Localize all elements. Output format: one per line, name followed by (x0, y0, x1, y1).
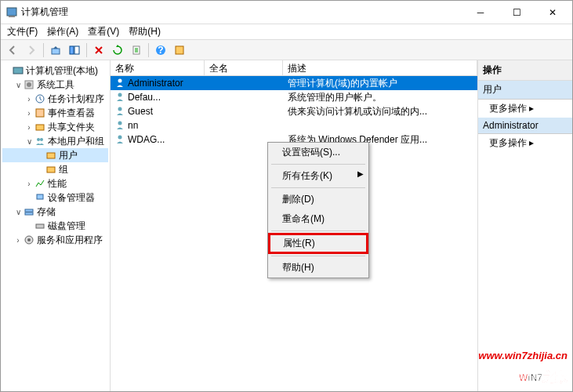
watermark-logo: WiN7之家 (478, 361, 568, 387)
svg-point-29 (118, 136, 122, 140)
list-panel: 名称 全名 描述 Administrator 管理计算机(域)的内置帐户 Def… (111, 60, 478, 391)
minimize-button[interactable]: ─ (462, 1, 499, 24)
tree-local-users-groups[interactable]: ∨本地用户和组 (2, 134, 108, 148)
svg-rect-22 (36, 224, 44, 228)
svg-rect-19 (37, 194, 43, 199)
svg-point-11 (27, 82, 31, 87)
svg-point-25 (118, 79, 122, 83)
app-icon (5, 6, 18, 19)
svg-point-24 (27, 238, 31, 241)
svg-point-26 (118, 93, 122, 97)
chevron-right-icon: ▶ (357, 169, 364, 178)
menu-delete[interactable]: 删除(D) (268, 190, 368, 209)
col-fullname[interactable]: 全名 (205, 60, 283, 75)
user-icon (115, 92, 126, 103)
user-icon (115, 120, 126, 131)
svg-rect-17 (47, 153, 55, 158)
svg-rect-0 (7, 8, 16, 16)
actions-more-2[interactable]: 更多操作 ▸ (478, 134, 572, 152)
svg-rect-2 (52, 49, 60, 54)
user-icon (115, 134, 126, 145)
list-header: 名称 全名 描述 (111, 60, 477, 76)
svg-rect-21 (25, 212, 33, 215)
svg-rect-3 (70, 46, 74, 54)
svg-rect-18 (47, 167, 55, 172)
menubar: 文件(F) 操作(A) 查看(V) 帮助(H) (1, 24, 572, 40)
forward-button[interactable] (23, 42, 40, 59)
tree-root[interactable]: 计算机管理(本地) (2, 64, 108, 78)
tree-disk-management[interactable]: 磁盘管理 (2, 219, 108, 233)
col-name[interactable]: 名称 (111, 60, 205, 75)
chevron-right-icon: ▸ (529, 103, 534, 114)
back-button[interactable] (4, 42, 21, 59)
list-body: Administrator 管理计算机(域)的内置帐户 Defau... 系统管… (111, 76, 477, 391)
menu-action[interactable]: 操作(A) (44, 25, 82, 38)
show-hide-button[interactable] (66, 42, 83, 59)
tree-task-scheduler[interactable]: ›任务计划程序 (2, 92, 108, 106)
window-title: 计算机管理 (21, 5, 462, 19)
maximize-button[interactable]: ☐ (499, 1, 535, 24)
menu-properties[interactable]: 属性(R) (268, 233, 368, 254)
properties-button[interactable] (171, 42, 188, 59)
user-row[interactable]: Guest 供来宾访问计算机或访问域的内... (111, 104, 477, 118)
actions-group-users: 用户 (478, 81, 572, 100)
actions-group-admin: Administrator (478, 118, 572, 134)
user-row[interactable]: Administrator 管理计算机(域)的内置帐户 (111, 76, 477, 90)
watermark: www.win7zhijia.cn WiN7之家 (478, 350, 568, 387)
menu-help[interactable]: 帮助(H) (125, 25, 164, 38)
tree-panel: 计算机管理(本地) ∨系统工具 ›任务计划程序 ›事件查看器 ›共享文件夹 ∨本… (1, 60, 111, 391)
svg-point-27 (118, 107, 122, 111)
svg-rect-9 (13, 67, 23, 74)
menu-view[interactable]: 查看(V) (85, 25, 122, 38)
tree-storage[interactable]: ∨存储 (2, 205, 108, 219)
menu-rename[interactable]: 重命名(M) (268, 209, 368, 229)
tree-services-apps[interactable]: ›服务和应用程序 (2, 233, 108, 247)
tree-performance[interactable]: ›性能 (2, 176, 108, 191)
menu-set-password[interactable]: 设置密码(S)... (268, 143, 368, 162)
titlebar: 计算机管理 ─ ☐ ✕ (1, 1, 572, 24)
actions-more-1[interactable]: 更多操作 ▸ (478, 100, 572, 118)
tree-device-manager[interactable]: 设备管理器 (2, 191, 108, 205)
refresh-button[interactable] (109, 42, 126, 59)
chevron-right-icon: ▸ (529, 137, 534, 148)
col-desc[interactable]: 描述 (283, 60, 477, 75)
svg-rect-1 (9, 16, 15, 17)
close-button[interactable]: ✕ (535, 1, 571, 24)
delete-button[interactable] (90, 42, 107, 59)
toolbar: ? (1, 40, 572, 60)
actions-panel: 操作 用户 更多操作 ▸ Administrator 更多操作 ▸ (478, 60, 572, 391)
actions-header: 操作 (478, 60, 572, 81)
watermark-url: www.win7zhijia.cn (478, 350, 568, 361)
user-row[interactable]: nn (111, 118, 477, 132)
user-icon (115, 78, 126, 89)
svg-point-28 (118, 122, 122, 125)
svg-rect-13 (36, 109, 44, 117)
help-button[interactable]: ? (152, 42, 169, 59)
tree-system-tools[interactable]: ∨系统工具 (2, 78, 108, 92)
tree-groups[interactable]: 组 (2, 162, 108, 176)
export-button[interactable] (128, 42, 145, 59)
svg-rect-14 (36, 125, 44, 130)
menu-all-tasks[interactable]: 所有任务(K)▶ (268, 166, 368, 186)
svg-text:?: ? (158, 45, 163, 56)
user-icon (115, 106, 126, 117)
svg-point-15 (37, 138, 40, 141)
tree-users[interactable]: 用户 (2, 148, 108, 162)
context-menu: 设置密码(S)... 所有任务(K)▶ 删除(D) 重命名(M) 属性(R) 帮… (267, 142, 369, 278)
up-button[interactable] (47, 42, 64, 59)
tree-event-viewer[interactable]: ›事件查看器 (2, 106, 108, 120)
user-row[interactable]: Defau... 系统管理的用户帐户。 (111, 90, 477, 104)
svg-rect-4 (74, 46, 79, 54)
svg-point-16 (40, 138, 43, 141)
tree-shared-folders[interactable]: ›共享文件夹 (2, 120, 108, 134)
svg-rect-8 (176, 46, 183, 54)
menu-file[interactable]: 文件(F) (4, 25, 41, 38)
svg-rect-20 (25, 209, 33, 212)
menu-help[interactable]: 帮助(H) (268, 258, 368, 278)
